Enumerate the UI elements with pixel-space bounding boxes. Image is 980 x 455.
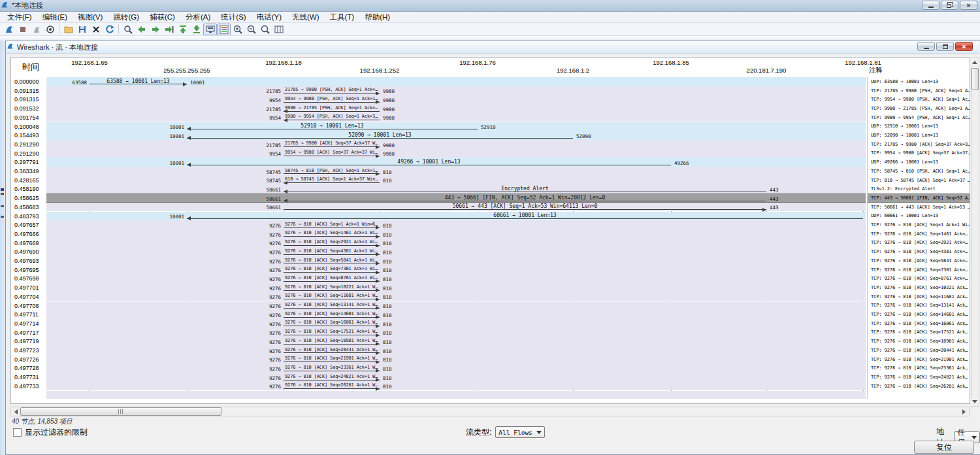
v-scrollbar[interactable] [971, 58, 979, 407]
v-scroll-up-button[interactable] [971, 58, 978, 67]
flow-row-stripe[interactable] [46, 220, 866, 229]
flow-arrow-line[interactable] [90, 84, 187, 84]
flow-row-comment[interactable]: TLSv1.2: Encrypted Alert [871, 186, 936, 192]
flow-arrow-label[interactable]: Encrypted Alert [284, 186, 766, 192]
flow-arrow-line[interactable] [284, 201, 766, 201]
flow-arrow-line[interactable] [284, 156, 380, 156]
flow-row-comment[interactable]: TCP: 58745 → 810 [PSH, ACK] Seq=1 Ac… [871, 169, 970, 174]
flow-row-comment[interactable]: UDP: 60661 → 10001 Len=13 [871, 213, 938, 218]
flow-arrow-label[interactable]: 49266 → 10001 Len=13 [187, 159, 671, 165]
flow-row-stripe[interactable] [46, 95, 866, 104]
flow-row-comment[interactable]: TCP: 9276 → 810 [ACK] Seq=16061 Ack… [871, 321, 968, 326]
flow-row-comment[interactable]: TCP: 21785 → 9980 [ACK] Seq=37 Ack=3… [871, 142, 970, 147]
flow-arrow-line[interactable] [284, 245, 380, 246]
resize-columns-icon[interactable] [272, 24, 286, 35]
flow-arrow-line[interactable] [284, 308, 380, 309]
flow-arrow-label[interactable]: 810 → 58745 [ACK] Seq=1 Ack=37 Win… [285, 177, 378, 182]
flow-arrow-line[interactable] [284, 380, 380, 380]
flow-row-stripe[interactable] [46, 292, 866, 301]
flow-row-stripe[interactable] [46, 283, 866, 292]
flow-arrow-line[interactable] [284, 317, 380, 318]
zoom-in-icon[interactable] [231, 24, 244, 35]
minimize-button[interactable] [922, 1, 939, 10]
flow-row-comment[interactable]: TCP: 9276 → 810 [ACK] Seq=1461 Ack=… [871, 231, 968, 237]
flow-row-stripe[interactable] [46, 310, 866, 319]
go-forward-icon[interactable] [148, 24, 162, 35]
flow-row-comment[interactable]: TCP: 443 → 50661 [FIN, ACK] Seq=52 A… [871, 195, 970, 201]
flow-arrow-line[interactable] [284, 236, 380, 237]
flow-row-stripe[interactable] [46, 104, 866, 113]
flow-row-stripe[interactable] [46, 382, 866, 391]
flow-row-comment[interactable]: TCP: 9276 → 810 [ACK] Seq=4381 Ack=… [871, 249, 968, 254]
flow-row-stripe[interactable] [46, 256, 866, 265]
zoom-out-icon[interactable] [244, 24, 258, 35]
flow-row-comment[interactable]: UDP: 52090 → 10001 Len=13 [871, 133, 938, 138]
flow-row-stripe[interactable] [46, 86, 866, 95]
zoom-100-icon[interactable] [258, 24, 272, 35]
flow-arrow-label[interactable]: 9276 → 810 [ACK] Seq=5841 Ack=1 Wi… [285, 258, 378, 263]
flow-arrow-label[interactable]: 58745 → 810 [PSH, ACK] Seq=1 Ack=1… [285, 168, 378, 173]
flow-row-comment[interactable]: TCP: 21785 → 9980 [PSH, ACK] Seq=1 A… [871, 88, 970, 93]
menu-item-file[interactable]: 文件(F) [2, 12, 37, 23]
flow-row-comment[interactable]: TCP: 9276 → 810 [ACK] Seq=10221 Ack… [871, 285, 968, 290]
flow-row-comment[interactable]: TCP: 810 → 58745 [ACK] Seq=1 Ack=37 … [871, 178, 970, 183]
flow-arrow-line[interactable] [284, 182, 380, 183]
flow-arrow-line[interactable] [284, 263, 380, 263]
menu-item-tools[interactable]: 工具(T) [325, 12, 360, 23]
flow-arrow-label[interactable]: 9276 → 810 [ACK] Seq=17521 Ack=1 W… [285, 329, 378, 334]
flow-arrow-label[interactable]: 60661 → 10001 Len=13 [187, 212, 863, 218]
flow-arrow-line[interactable] [284, 102, 380, 103]
flow-arrow-line[interactable] [284, 228, 380, 228]
h-scrollbar[interactable] [10, 407, 970, 416]
flow-row-comment[interactable]: UDP: 52910 → 10001 Len=13 [871, 124, 938, 129]
restore-button[interactable] [941, 1, 958, 10]
flow-row-stripe[interactable] [46, 239, 866, 248]
flow-arrow-line[interactable] [187, 218, 863, 219]
flow-arrow-label[interactable]: 9276 → 810 [ACK] Seq=24821 Ack=1 W… [285, 374, 378, 379]
flow-arrow-label[interactable]: 9276 → 810 [ACK] Seq=2921 Ack=1 Wi… [285, 239, 378, 244]
flow-row-stripe[interactable] [46, 319, 866, 328]
close-file-icon[interactable] [89, 24, 103, 35]
flow-row-comment[interactable]: TCP: 9276 → 810 [ACK] Seq=8761 Ack=… [871, 276, 968, 281]
flow-arrow-label[interactable]: 52090 → 10001 Len=13 [187, 132, 573, 138]
flow-arrow-label[interactable]: 9276 → 810 [ACK] Seq=18981 Ack=1 W… [285, 338, 378, 343]
flow-row-comment[interactable]: TCP: 9276 → 810 [ACK] Seq=11681 Ack… [871, 294, 968, 299]
flow-arrow-line[interactable] [284, 192, 766, 192]
menu-item-statistics[interactable]: 统计(S) [216, 12, 251, 23]
flow-row-comment[interactable]: UDP: 63588 → 10001 Len=13 [871, 79, 938, 84]
go-back-icon[interactable] [135, 24, 148, 35]
menu-item-wireless[interactable]: 无线(W) [287, 12, 325, 23]
flow-arrow-label[interactable]: 9980 → 21785 [PSH, ACK] Seq=1 Ack=… [285, 105, 378, 110]
menu-item-capture[interactable]: 捕获(C) [144, 12, 180, 23]
flow-arrow-line[interactable] [284, 335, 380, 335]
flow-arrow-label[interactable]: 52910 → 10001 Len=13 [187, 123, 478, 129]
flow-arrow-label[interactable]: 9276 → 810 [ACK] Seq=8761 Ack=1 Wi… [285, 275, 378, 280]
flow-arrow-line[interactable] [284, 371, 380, 371]
find-packet-icon[interactable] [121, 24, 135, 35]
dialog-maximize-button[interactable] [936, 42, 954, 51]
flow-arrow-label[interactable]: 9276 → 810 [ACK] Seq=13141 Ack=1 W… [285, 302, 378, 307]
flow-arrow-label[interactable]: 9276 → 810 [ACK] Seq=4381 Ack=1 Wi… [285, 248, 378, 254]
start-capture-icon[interactable] [2, 24, 16, 35]
flow-row-comment[interactable]: TCP: 9954 → 9980 [PSH, ACK] Seq=1 Ac… [871, 97, 970, 102]
flow-arrow-label[interactable]: 9980 → 9954 [PSH, ACK] Seq=1 Ack=3… [285, 114, 378, 119]
flow-row-comment[interactable]: TCP: 50661 → 443 [ACK] Seq=1 Ack=53 … [871, 205, 970, 210]
flow-row-stripe[interactable] [46, 337, 866, 346]
flow-row-comment[interactable]: TCP: 9276 → 810 [ACK] Seq=5841 Ack=… [871, 258, 968, 263]
dialog-close-button[interactable]: × [955, 42, 973, 51]
flow-arrow-label[interactable]: 9276 → 810 [ACK] Seq=16061 Ack=1 W… [285, 320, 378, 325]
flow-row-comment[interactable]: TCP: 9276 → 810 [ACK] Seq=18981 Ack… [871, 339, 968, 344]
flow-arrow-line[interactable] [284, 254, 380, 255]
flow-row-stripe[interactable] [46, 265, 866, 275]
flow-arrow-line[interactable] [284, 209, 766, 210]
flow-arrow-line[interactable] [284, 362, 380, 362]
flow-arrow-label[interactable]: 9276 → 810 [ACK] Seq=14601 Ack=1 W… [285, 311, 378, 316]
flow-row-comment[interactable]: TCP: 9954 → 9980 [ACK] Seq=37 Ack=37… [871, 150, 970, 156]
h-scroll-left-button[interactable] [11, 407, 21, 416]
flow-arrow-label[interactable]: 21785 → 9980 [PSH, ACK] Seq=1 Ack=… [285, 87, 378, 92]
menu-item-help[interactable]: 帮助(H) [359, 12, 395, 23]
flow-row-comment[interactable]: TCP: 9276 → 810 [ACK] Seq=1 Ack=1 Wi… [871, 222, 970, 228]
flow-arrow-line[interactable] [284, 272, 380, 273]
limit-filter-checkbox[interactable] [13, 428, 22, 437]
flow-arrow-label[interactable]: 9276 → 810 [ACK] Seq=1461 Ack=1 Wi… [285, 230, 378, 235]
